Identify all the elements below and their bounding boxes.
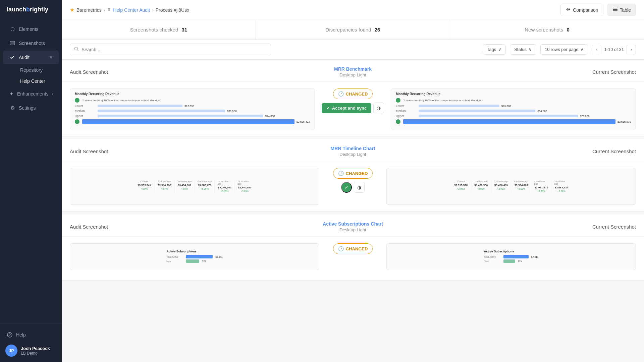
status-text-2: CHANGED [346,171,368,176]
settings-icon: ⚙ [9,105,15,111]
search-icon [74,47,79,52]
topbar-actions: Comparison Table [560,4,636,16]
audit-row-1-header: Audit Screenshot MRR Benchmark Desktop L… [62,60,644,82]
check-icon-1: ✓ [326,106,330,111]
sidebar-sub-helpcenter[interactable]: Help Center [16,76,59,86]
user-info: Josh Peacock LB Demo [21,346,50,356]
help-icon: ? [7,332,13,338]
clock-icon-3: 🕐 [338,246,344,251]
sidebar-footer: ? Help JP Josh Peacock LB Demo [0,323,62,362]
user-profile[interactable]: JP Josh Peacock LB Demo [5,345,56,357]
audit-row-active-subscriptions: Audit Screenshot Active Subscriptions Ch… [62,215,644,281]
sidebar-navigation: ⬡ Elements Screenshots Audit ∨ [0,19,62,323]
svg-rect-6 [613,10,618,11]
logo-text: launchbrightly [7,6,48,13]
screenshot-name-3: Active Subscriptions Chart [323,221,383,227]
stat-screenshots-checked: Screenshots checked 31 [62,20,256,39]
status-badge-2: 🕐 CHANGED [333,168,373,179]
stat-screenshots-checked-value: 31 [181,27,187,33]
stat-new-screenshots-label: New screenshots [525,27,563,33]
sidebar: launchbrightly ⬡ Elements Screenshots [0,0,62,362]
stat-discrepancies-value: 26 [375,27,380,33]
svg-rect-1 [11,42,14,44]
status-filter-label: Status [514,47,527,52]
enhancements-icon: ✦ [9,91,14,97]
tags-filter-button[interactable]: Tags ∨ [483,44,506,55]
accepted-button-2[interactable]: ✓ [341,182,352,193]
screenshot-name-2: MRR Timeline Chart [331,146,375,151]
pagination-next[interactable]: › [627,45,636,54]
compare-button-2[interactable]: ◑ [354,182,365,193]
audit-center-info-1: MRR Benchmark Desktop Light [334,66,372,77]
audit-screenshot-1: Monthly Recurring Revenue You're outrank… [70,88,315,129]
search-input[interactable] [82,47,267,52]
star-icon: ★ [70,7,74,13]
prev-arrow-icon: ‹ [596,47,597,52]
action-btns-1: ✓ Accept and sync ◑ [322,103,384,113]
filters-bar: Tags ∨ Status ∨ 10 rows per page ∨ ‹ 1-1… [62,40,644,60]
sidebar-item-audit[interactable]: Audit ∨ [3,51,59,64]
clock-icon-2: 🕐 [338,171,344,176]
stat-screenshots-checked-label: Screenshots checked [130,27,178,33]
breadcrumb-baremetrics[interactable]: Baremetrics [76,7,102,13]
breadcrumb-helpcenter[interactable]: Help Center Audit [113,7,150,13]
audit-col-label-1: Audit Screenshot [70,69,334,75]
clock-icon-1: 🕐 [338,91,344,97]
pagination-prev[interactable]: ‹ [592,45,601,54]
tags-chevron-icon: ∨ [498,47,501,52]
status-filter-button[interactable]: Status ∨ [510,44,536,55]
status-chevron-icon: ∨ [529,47,532,52]
audit-col-label-2: Audit Screenshot [70,148,331,154]
sidebar-item-enhancements[interactable]: ✦ Enhancements › [3,87,59,101]
sidebar-sub-repository[interactable]: Repository [16,65,59,75]
action-btns-2: ✓ ◑ [341,182,365,193]
audit-submenu: Repository Help Center [0,65,62,86]
svg-rect-4 [613,8,618,8]
sidebar-sub-repository-label: Repository [20,67,43,73]
audit-row-3-body: Active Subscriptions Total Active $3,141… [62,237,644,280]
svg-point-7 [75,47,78,50]
status-text-1: CHANGED [346,92,368,97]
comparison-label: Comparison [573,7,598,13]
svg-rect-5 [613,9,618,10]
audit-center-controls-3: 🕐 CHANGED [326,243,380,254]
accepted-check-icon-2: ✓ [344,184,349,190]
comparison-button[interactable]: Comparison [560,4,603,16]
compare-button-1[interactable]: ◑ [373,103,384,113]
audit-screenshot-3: Active Subscriptions Total Active $3,141… [70,243,319,270]
enhancements-chevron-icon: › [52,92,53,96]
mock-current-timeline: Current $3,515,526 +2.09% 1 month ago $3… [450,178,572,195]
sidebar-help[interactable]: ? Help [5,329,56,341]
table-icon [612,7,618,13]
audit-row-2-header: Audit Screenshot MRR Timeline Chart Desk… [62,139,644,161]
table-button[interactable]: Table [607,4,636,16]
sidebar-item-enhancements-label: Enhancements [17,91,48,97]
mock-audit-timeline: Current $3,539,941 +3.9% 1 month ago $3,… [134,178,256,195]
status-text-3: CHANGED [346,246,368,251]
stat-new-screenshots-value: 0 [567,27,569,33]
current-screenshot-1: Monthly Recurring Revenue You're outrank… [391,88,636,129]
pagination-text: 1-10 of 31 [604,47,624,52]
sidebar-item-elements[interactable]: ⬡ Elements [3,22,59,36]
stats-bar: Screenshots checked 31 Discrepancies fou… [62,20,644,40]
audit-row-3-header: Audit Screenshot Active Subscriptions Ch… [62,215,644,237]
audit-center-controls-1: 🕐 CHANGED ✓ Accept and sync ◑ [322,88,384,113]
sidebar-item-screenshots[interactable]: Screenshots [3,37,59,50]
breadcrumb-process: Process #ji8Usx [156,7,189,13]
current-screenshot-2: Current $3,515,526 +2.09% 1 month ago $3… [386,168,636,205]
sidebar-item-settings[interactable]: ⚙ Settings [3,101,59,115]
stat-discrepancies-label: Discrepancies found [326,27,371,33]
user-org: LB Demo [21,351,50,356]
audit-content: Audit Screenshot MRR Benchmark Desktop L… [62,60,644,362]
audit-center-controls-2: 🕐 CHANGED ✓ ◑ [326,168,380,193]
accept-sync-button-1[interactable]: ✓ Accept and sync [322,103,371,113]
mock-audit-mrr: Monthly Recurring Revenue You're outrank… [70,89,315,129]
accept-label-1: Accept and sync [332,106,367,111]
mock-current-mrr: Monthly Recurring Revenue You're outrank… [391,89,636,129]
comparison-icon [566,7,571,13]
rows-per-page-button[interactable]: 10 rows per page ∨ [540,44,588,55]
current-col-label-2: Current Screenshot [375,148,636,154]
help-label: Help [16,332,26,338]
logo[interactable]: launchbrightly [0,0,62,19]
main-content: ★ Baremetrics › Help Center Audit › Proc… [62,0,644,362]
